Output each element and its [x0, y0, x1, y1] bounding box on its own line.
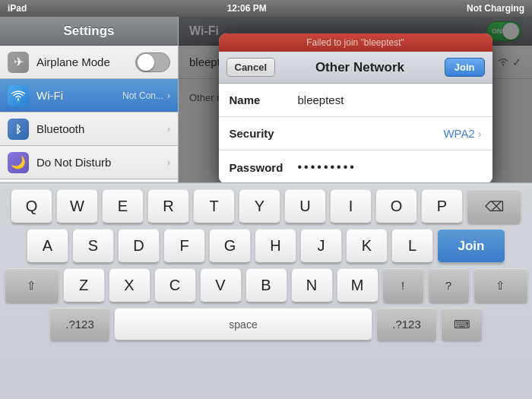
key-x[interactable]: X [109, 268, 150, 303]
key-k[interactable]: K [346, 229, 388, 264]
airplane-icon: ✈ [8, 52, 29, 73]
key-s[interactable]: S [72, 229, 114, 264]
dialog-password-label: Password [230, 161, 298, 174]
key-m[interactable]: M [337, 268, 378, 303]
key-d[interactable]: D [118, 229, 160, 264]
sidebar-item-bluetooth[interactable]: ᛒ Bluetooth › [0, 112, 178, 146]
dialog-title-bar: Cancel Other Network Join [219, 52, 492, 84]
key-p[interactable]: P [421, 189, 463, 224]
key-question[interactable]: ? [428, 268, 470, 303]
numbers-left-key[interactable]: .?123 [49, 308, 110, 341]
dnd-icon: 🌙 [8, 152, 29, 173]
dialog-body: Name Security WPA2 › Password [219, 84, 492, 184]
key-w[interactable]: W [56, 189, 98, 224]
key-n[interactable]: N [291, 268, 333, 303]
key-exclamation[interactable]: ! [382, 268, 424, 303]
keyboard-row-2: A S D F G H J K L Join [3, 229, 529, 264]
keyboard-row-1: Q W E R T Y U I O P ⌫ [3, 189, 529, 224]
join-keyboard-key[interactable]: Join [437, 229, 505, 264]
numbers-right-key[interactable]: .?123 [376, 308, 437, 341]
dialog-password-field: Password [219, 150, 492, 184]
sidebar-label-airplane: Airplane Mode [36, 55, 135, 68]
key-h[interactable]: H [255, 229, 296, 264]
toggle-knob-airplane [138, 54, 154, 71]
key-r[interactable]: R [147, 189, 189, 224]
cancel-button[interactable]: Cancel [226, 58, 276, 77]
dialog-security-field[interactable]: Security WPA2 › [219, 117, 492, 150]
content-panel: Wi-Fi bleeptest ✓ Other networks are ava… [179, 17, 532, 182]
sidebar-item-wifi[interactable]: Wi-Fi Not Con... › [0, 79, 178, 112]
key-l[interactable]: L [391, 229, 433, 264]
keyboard-row-4: .?123 space .?123 ⌨ [3, 308, 529, 341]
sidebar-item-airplane[interactable]: ✈ Airplane Mode [0, 46, 178, 79]
backspace-key[interactable]: ⌫ [467, 189, 521, 224]
join-button[interactable]: Join [445, 58, 485, 77]
sidebar-wifi-status: Not Con... [122, 90, 163, 101]
key-g[interactable]: G [209, 229, 251, 264]
sidebar-label-wifi: Wi-Fi [36, 89, 122, 102]
app-container: Settings ✈ Airplane Mode Wi-Fi Not Con..… [0, 17, 532, 182]
sidebar-label-dnd: Do Not Disturb [36, 156, 163, 169]
key-i[interactable]: I [330, 189, 372, 224]
key-c[interactable]: C [154, 268, 196, 303]
key-e[interactable]: E [102, 189, 144, 224]
wifi-icon [8, 85, 29, 106]
password-input[interactable] [298, 160, 482, 174]
keyboard: Q W E R T Y U I O P ⌫ A S D F G H J K L … [0, 182, 532, 399]
dialog-name-field: Name [219, 84, 492, 117]
key-z[interactable]: Z [63, 268, 105, 303]
key-v[interactable]: V [200, 268, 242, 303]
key-b[interactable]: B [245, 268, 287, 303]
sidebar-chevron-wifi: › [167, 90, 170, 101]
status-right: Not Charging [467, 3, 524, 14]
dialog-title: Other Network [275, 60, 445, 75]
keyboard-row-3: ⇧ Z X C V B N M ! ? ⇧ [3, 268, 529, 303]
airplane-toggle[interactable] [135, 52, 170, 72]
dialog-name-label: Name [230, 93, 298, 106]
dialog-security-value: WPA2 [298, 127, 475, 140]
sidebar: Settings ✈ Airplane Mode Wi-Fi Not Con..… [0, 17, 179, 182]
status-bar: iPad 12:06 PM Not Charging [0, 0, 532, 17]
sidebar-chevron-bt: › [167, 124, 170, 135]
key-f[interactable]: F [163, 229, 205, 264]
space-key[interactable]: space [114, 308, 372, 341]
sidebar-item-dnd[interactable]: 🌙 Do Not Disturb › [0, 146, 178, 179]
shift-left-key[interactable]: ⇧ [5, 268, 59, 303]
shift-right-key[interactable]: ⇧ [473, 268, 528, 303]
key-u[interactable]: U [284, 189, 326, 224]
sidebar-header: Settings [0, 17, 178, 46]
key-q[interactable]: Q [11, 189, 52, 224]
key-o[interactable]: O [375, 189, 417, 224]
sidebar-chevron-dnd: › [167, 157, 170, 168]
status-time: 12:06 PM [227, 3, 267, 14]
key-j[interactable]: J [300, 229, 342, 264]
hide-keyboard-key[interactable]: ⌨ [441, 308, 483, 341]
key-a[interactable]: A [27, 229, 68, 264]
security-chevron: › [478, 128, 482, 140]
status-left: iPad [8, 3, 27, 14]
sidebar-label-bluetooth: Bluetooth [36, 122, 163, 135]
name-input[interactable] [298, 93, 482, 106]
key-t[interactable]: T [193, 189, 235, 224]
dialog-security-label: Security [230, 127, 298, 140]
dialog: Failed to join "bleeptest" Cancel Other … [219, 33, 492, 184]
bluetooth-icon: ᛒ [8, 119, 29, 140]
dialog-error-bar: Failed to join "bleeptest" [219, 33, 492, 52]
key-y[interactable]: Y [239, 189, 280, 224]
